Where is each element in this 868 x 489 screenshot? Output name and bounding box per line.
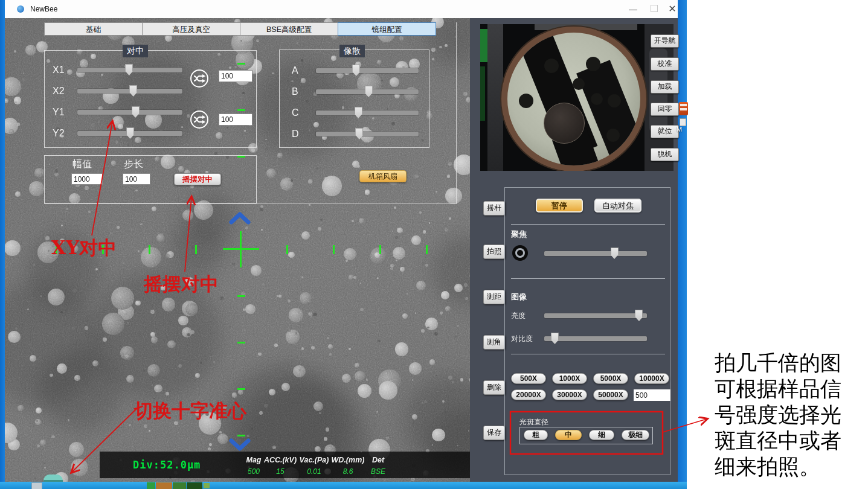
magnification-input[interactable] <box>634 389 670 401</box>
spot-button-极细[interactable]: 极细 <box>622 430 649 440</box>
tool-button-保存[interactable]: 保存 <box>483 426 505 440</box>
close-button[interactable]: ✕ <box>663 0 681 18</box>
step-input[interactable] <box>123 173 150 185</box>
ruler-tick-6 <box>333 245 335 254</box>
status-col-Vac.(Pa): Vac.(Pa)0.01 <box>296 456 332 476</box>
status-value: 15 <box>262 467 298 476</box>
wobble-x-icon[interactable] <box>190 69 209 88</box>
focus-label: 聚焦 <box>511 229 527 240</box>
camera-pcb-green2 <box>480 66 485 121</box>
side-note-line: 斑直径中或者 <box>715 428 868 454</box>
taskbar-app-icon[interactable] <box>31 482 42 489</box>
annotation-swing-centering: 摇摆对中 <box>144 272 219 297</box>
centering-slider-track-Y1[interactable] <box>77 110 182 115</box>
amplitude-input[interactable] <box>71 173 103 185</box>
brightness-label: 亮度 <box>511 311 526 321</box>
brightness-slider-track[interactable] <box>544 313 647 318</box>
stage-hole <box>544 59 559 73</box>
status-bar: Div:52.0μm Mag500ACC.(kV)15Vac.(Pa)0.01W… <box>100 452 470 478</box>
ruler-tick-3 <box>149 245 150 254</box>
focus-slider-thumb[interactable] <box>611 248 619 259</box>
tab-1[interactable]: 基础 <box>44 22 143 36</box>
status-header: Vac.(Pa) <box>296 456 332 464</box>
nav-button-就位[interactable]: 就位 <box>651 125 679 138</box>
mag-button-50000X[interactable]: 50000X <box>593 389 628 400</box>
desktop-shortcut-label: M <box>677 126 682 133</box>
nav-button-回零[interactable]: 回零 <box>651 103 679 116</box>
tab-4[interactable]: 镜组配置 <box>338 22 436 36</box>
focus-slider-track[interactable] <box>544 251 647 256</box>
sem-image-view[interactable]: 基础高压及真空BSE高级配置镜组配置 对中 X1X2Y1Y2 <box>5 18 470 482</box>
tool-button-删除[interactable]: 删除 <box>483 380 505 395</box>
side-note-line: 号强度选择光 <box>715 402 868 428</box>
status-col-Det: DetBSE <box>360 456 396 476</box>
contrast-slider-track[interactable] <box>544 336 647 341</box>
chevron-down-icon[interactable] <box>229 438 253 452</box>
side-note-line: 细来拍照。 <box>715 454 868 480</box>
camera-view <box>480 24 674 171</box>
mag-button-30000X[interactable]: 30000X <box>552 389 587 400</box>
astigmatism-slider-label-B: B <box>292 86 298 97</box>
wobble-x-input[interactable] <box>219 70 252 82</box>
maximize-button[interactable] <box>645 0 663 18</box>
autofocus-button[interactable]: 自动对焦 <box>594 199 641 213</box>
wobble-y-icon[interactable] <box>190 110 209 129</box>
control-panel: 暂停 自动对焦 聚焦 图像 亮度 对比度 500X1000X5000X10000… <box>504 187 670 475</box>
astigmatism-slider-track-A[interactable] <box>316 68 419 73</box>
tool-button-摇杆[interactable]: 摇杆 <box>483 201 505 216</box>
minimize-button[interactable]: — <box>624 0 642 18</box>
desktop-shortcut-icon[interactable] <box>679 102 688 115</box>
mag-button-20000X[interactable]: 20000X <box>511 389 546 400</box>
spot-button-中[interactable]: 中 <box>555 430 582 440</box>
crosshair-toggle-icon[interactable] <box>43 475 63 482</box>
swing-centering-button[interactable]: 摇摆对中 <box>174 173 221 185</box>
nav-button-校准[interactable]: 校准 <box>651 57 679 71</box>
tool-button-测角[interactable]: 测角 <box>483 335 505 350</box>
nav-button-加载[interactable]: 加载 <box>651 80 679 94</box>
stage-hole <box>586 57 600 71</box>
tab-2[interactable]: 高压及真空 <box>142 22 240 36</box>
app-icon <box>17 5 24 13</box>
mag-button-500X[interactable]: 500X <box>511 373 546 384</box>
ruler-tick-8 <box>426 245 428 254</box>
wobble-y-input[interactable] <box>219 113 252 126</box>
sample-stub <box>544 103 585 144</box>
ruler-tick-7 <box>379 245 381 254</box>
side-note-text: 拍几千倍的图可根据样品信号强度选择光斑直径中或者细来拍照。 <box>715 350 868 480</box>
titlebar[interactable]: NewBee — ✕ <box>5 0 678 19</box>
centering-slider-label-X1: X1 <box>53 65 65 75</box>
nav-button-开导航[interactable]: 开导航 <box>651 34 679 48</box>
taskbar-fragment <box>156 482 172 489</box>
tool-button-测距[interactable]: 测距 <box>483 290 505 304</box>
stage-hole <box>606 129 620 142</box>
contrast-slider-thumb[interactable] <box>551 333 559 344</box>
config-group-border-bottom <box>44 203 457 204</box>
spot-button-细[interactable]: 细 <box>589 430 614 440</box>
nav-button-脱机[interactable]: 脱机 <box>651 148 679 161</box>
tool-button-拍照[interactable]: 拍照 <box>483 245 505 259</box>
divider <box>511 354 665 354</box>
focus-record-icon[interactable] <box>512 245 528 261</box>
astigmatism-slider-track-D[interactable] <box>316 132 419 136</box>
chassis-fan-button[interactable]: 机箱风扇 <box>359 170 407 182</box>
tab-3[interactable]: BSE高级配置 <box>240 22 338 36</box>
brightness-slider-thumb[interactable] <box>635 310 643 321</box>
mag-button-10000X[interactable]: 10000X <box>634 373 669 384</box>
pause-button[interactable]: 暂停 <box>536 199 583 213</box>
taskbar[interactable] <box>0 482 687 489</box>
spot-button-粗[interactable]: 粗 <box>524 430 548 440</box>
stage-hole <box>519 94 533 108</box>
astigmatism-slider-track-C[interactable] <box>316 110 419 115</box>
annotation-crosshair-toggle: 切换十字准心 <box>134 398 246 424</box>
centering-slider-label-Y2: Y2 <box>53 128 65 139</box>
sample-stage <box>501 27 646 171</box>
camera-pcb-green <box>480 29 487 62</box>
ruler-tick-4 <box>195 245 197 254</box>
taskbar-fragment <box>204 483 210 488</box>
mag-button-5000X[interactable]: 5000X <box>593 373 628 384</box>
mag-button-1000X[interactable]: 1000X <box>552 373 587 384</box>
desktop-right-strip <box>678 0 687 489</box>
chevron-up-icon[interactable] <box>229 211 253 225</box>
centering-slider-label-X2: X2 <box>53 86 65 97</box>
astigmatism-slider-label-C: C <box>292 107 299 118</box>
